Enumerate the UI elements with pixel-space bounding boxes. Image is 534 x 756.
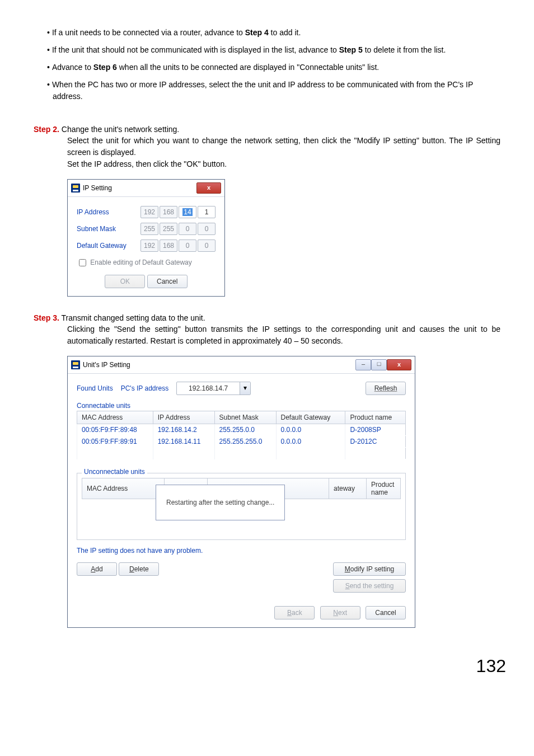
step2-line1: Select the unit for which you want to ch… [67,135,500,158]
step2-label: Step 2. [34,125,59,134]
ip-address-row: IP Address 192 168 14 1 [77,206,216,218]
ip-octet-2[interactable]: 14 [179,206,196,218]
note-item: •Advance to Step 6 when all the units to… [47,62,500,73]
cell-mac: 00:05:F9:FF:89:48 [77,424,153,436]
cell-gw: 0.0.0.0 [276,436,345,448]
note-item: •If the unit that should not be communic… [47,44,500,56]
table-row[interactable]: 00:05:F9:FF:89:91 192.168.14.11 255.255.… [77,436,406,448]
ok-button[interactable]: OK [105,275,145,288]
step3-label: Step 3. [34,313,59,322]
cell-ip: 192.168.14.11 [153,436,214,448]
restarting-popup: Restarting after the setting change... [156,485,285,520]
step3-block: Step 3. Transmit changed setting data to… [34,313,500,628]
unconnectable-units-group: Unconnectable units MAC Address IP Addr … [77,473,406,540]
app-icon [71,360,80,369]
units-ip-setting-dialog: Unit's IP Setting – □ x Found Units PC's… [67,356,415,628]
note-text: When the PC has two or more IP addresses… [52,80,473,101]
minimize-icon[interactable]: – [355,359,371,370]
bullet-icon: • [47,45,50,54]
col-product[interactable]: Product name [345,411,406,424]
mask-octet-0[interactable]: 255 [140,223,158,235]
delete-button[interactable]: Delete [119,562,159,576]
table-row[interactable]: 00:05:F9:FF:89:48 192.168.14.2 255.255.0… [77,424,406,436]
ucol-gw[interactable]: ateway [329,478,367,499]
app-icon [71,184,80,192]
gw-octet-1[interactable]: 168 [160,240,177,252]
step2-line2: Set the IP address, then click the "OK" … [67,158,500,170]
ip-octet-1[interactable]: 168 [160,206,177,218]
mask-octet-1[interactable]: 255 [160,223,177,235]
ip-setting-dialog: IP Setting x IP Address 192 168 14 1 Sub… [67,179,225,297]
enable-gateway-checkbox[interactable] [79,259,86,266]
step3-body: Clicking the "Send the setting" button t… [67,323,500,347]
mask-octet-2[interactable]: 0 [179,223,196,235]
bullet-icon: • [47,80,50,89]
cell-mask: 255.255.0.0 [214,424,276,436]
default-gateway-label: Default Gateway [77,242,140,250]
back-button[interactable]: Back [274,606,315,619]
ip-octet-0[interactable]: 192 [140,206,158,218]
mask-octet-3[interactable]: 0 [198,223,216,235]
bullet-icon: • [47,63,50,72]
maximize-icon[interactable]: □ [371,359,387,370]
col-mac[interactable]: MAC Address [77,411,153,424]
found-units-label: Found Units [77,384,113,392]
next-button[interactable]: Next [320,606,360,619]
step2-title: Change the unit's network setting. [62,125,179,134]
ucol-mac[interactable]: MAC Address [82,478,165,499]
step2-body: Select the unit for which you want to ch… [67,135,500,170]
pc-ip-label: PC's IP address [121,384,168,392]
enable-gateway-label: Enable editing of Default Gateway [90,259,191,266]
refresh-button[interactable]: Reflesh [366,382,406,395]
cell-gw: 0.0.0.0 [276,424,345,436]
ip-address-label: IP Address [77,208,140,216]
step2-block: Step 2. Change the unit's network settin… [34,125,500,297]
table-row[interactable] [77,448,406,459]
ip-octet-3[interactable]: 1 [198,206,216,218]
cell-mask: 255.255.255.0 [214,436,276,448]
gw-octet-2[interactable]: 0 [179,240,196,252]
note-text: If the unit that should not be communica… [52,45,446,54]
close-icon[interactable]: x [387,359,411,370]
note-text: Advance to Step 6 when all the units to … [52,63,379,72]
unconnectable-units-label: Unconnectable units [82,468,147,476]
cell-mac: 00:05:F9:FF:89:91 [77,436,153,448]
chevron-down-icon[interactable]: ▾ [240,382,250,395]
ucol-product[interactable]: Product name [367,478,401,499]
nav-cancel-button[interactable]: Cancel [366,606,406,619]
pc-ip-combo[interactable]: 192.168.14.7 ▾ [176,382,251,395]
ip-dialog-title: IP Setting [83,184,112,192]
restarting-text: Restarting after the setting change... [166,499,274,506]
status-text: The IP setting does not have any problem… [77,547,406,555]
subnet-mask-row: Subnet Mask 255 255 0 0 [77,223,216,235]
page-number: 132 [34,656,506,677]
close-icon[interactable]: x [196,182,221,194]
units-dialog-title: Unit's IP Setting [83,361,130,369]
connectable-units-label: Connectable units [77,402,406,410]
step3-header: Step 3. Transmit changed setting data to… [34,313,500,322]
ip-octet-2-value: 14 [182,208,192,216]
cell-product: D-2012C [345,436,406,448]
cell-product: D-2008SP [345,424,406,436]
notes-block: •If a unit needs to be connected via a r… [34,27,500,102]
subnet-mask-label: Subnet Mask [77,225,140,233]
note-item: •If a unit needs to be connected via a r… [47,27,500,39]
connectable-units-table: MAC Address IP Address Subnet Mask Defau… [77,411,406,459]
modify-ip-setting-button[interactable]: Modify IP setting [333,562,406,576]
gw-octet-3[interactable]: 0 [198,240,216,252]
add-button[interactable]: Add [77,562,117,576]
cancel-button[interactable]: Cancel [147,275,188,288]
enable-gateway-row: Enable editing of Default Gateway [77,257,216,268]
col-gw[interactable]: Default Gateway [276,411,345,424]
step3-title: Transmit changed setting data to the uni… [62,313,205,322]
bullet-icon: • [47,28,50,37]
cell-ip: 192.168.14.2 [153,424,214,436]
col-ip[interactable]: IP Address [153,411,214,424]
note-item: •When the PC has two or more IP addresse… [47,79,500,102]
send-the-setting-button[interactable]: Send the setting [333,579,406,593]
ip-dialog-titlebar: IP Setting x [68,180,224,197]
gw-octet-0[interactable]: 192 [140,240,158,252]
col-mask[interactable]: Subnet Mask [214,411,276,424]
note-text: If a unit needs to be connected via a ro… [52,28,301,37]
step2-header: Step 2. Change the unit's network settin… [34,125,500,134]
